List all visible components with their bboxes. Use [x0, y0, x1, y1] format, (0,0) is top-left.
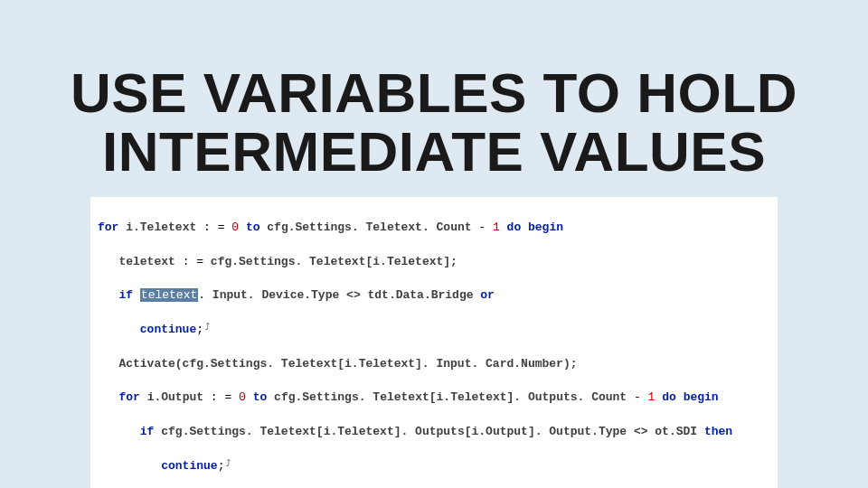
cursor-icon: ⤴	[226, 458, 231, 472]
code-line: continue;⤴	[98, 458, 770, 475]
expr: cfg.Settings. Teletext[i.Teletext];	[211, 255, 458, 268]
kw-for: for	[98, 221, 118, 234]
op-minus: -	[627, 390, 647, 404]
kw-or: or	[480, 288, 495, 302]
kw-for: for	[118, 390, 139, 404]
kw-if: if	[118, 288, 133, 302]
kw-to: to	[253, 390, 268, 404]
title-line-1: USE VARIABLES TO HOLD	[71, 61, 797, 124]
code-block: for i.Teletext : = 0 to cfg.Settings. Te…	[90, 197, 778, 488]
kw-to: to	[246, 221, 260, 234]
expr: cfg.Settings. Teletext[i.Teletext]. Outp…	[274, 390, 627, 404]
slide: USE VARIABLES TO HOLD INTERMEDIATE VALUE…	[0, 0, 868, 488]
code-line: Activate(cfg.Settings. Teletext[i.Telete…	[98, 356, 770, 373]
kw-continue: continue	[161, 459, 217, 473]
title-line-2: INTERMEDIATE VALUES	[102, 120, 766, 183]
selected-text: teletext	[140, 288, 198, 302]
op-assign: : =	[203, 390, 239, 404]
code-line: continue;⤴	[98, 322, 770, 339]
kw-do: do	[662, 390, 676, 404]
kw-do: do	[507, 221, 522, 234]
slide-title: USE VARIABLES TO HOLD INTERMEDIATE VALUE…	[71, 63, 797, 181]
op-assign: : =	[196, 221, 231, 234]
ident: teletext	[118, 255, 175, 268]
expr: cfg.Settings. Teletext. Count	[267, 221, 471, 234]
code-line: for i.Teletext : = 0 to cfg.Settings. Te…	[98, 220, 770, 237]
kw-then: then	[704, 425, 732, 438]
ident: i.Output	[147, 390, 203, 404]
cursor-icon: ⤴	[205, 322, 210, 335]
num: 1	[493, 221, 500, 234]
code-line: if teletext. Input. Device.Type <> tdt.D…	[98, 287, 770, 305]
num: 0	[231, 221, 239, 234]
call: Activate(cfg.Settings. Teletext[i.Telete…	[118, 357, 577, 371]
kw-continue: continue	[140, 323, 196, 336]
kw-begin: begin	[684, 390, 719, 404]
code-line: for i.Output : = 0 to cfg.Settings. Tele…	[98, 389, 770, 407]
op-assign: : =	[175, 255, 211, 268]
code-line: if cfg.Settings. Teletext[i.Teletext]. O…	[98, 424, 770, 441]
num: 0	[239, 390, 246, 404]
semicolon: ;	[218, 459, 225, 473]
kw-if: if	[140, 425, 155, 438]
op-minus: -	[472, 221, 493, 234]
code-line: teletext : = cfg.Settings. Teletext[i.Te…	[98, 254, 770, 271]
kw-begin: begin	[528, 221, 563, 234]
expr: cfg.Settings. Teletext[i.Teletext]. Outp…	[161, 425, 697, 438]
expr: . Input. Device.Type <> tdt.Data.Bridge	[198, 288, 473, 302]
semicolon: ;	[196, 323, 203, 336]
num: 1	[648, 390, 656, 404]
ident: i.Teletext	[126, 221, 196, 234]
